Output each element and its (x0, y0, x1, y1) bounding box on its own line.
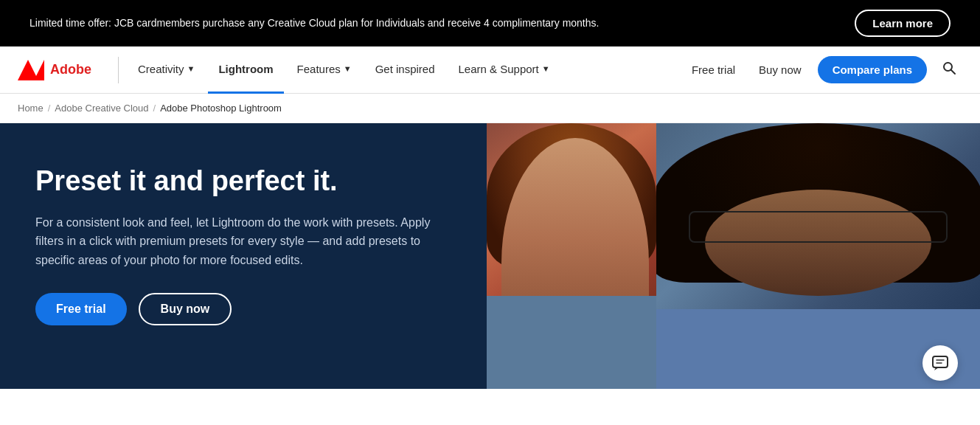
hero-buy-now-button[interactable]: Buy now (139, 293, 232, 325)
breadcrumb-separator-2: / (153, 103, 156, 114)
nav-buy-now-button[interactable]: Buy now (751, 63, 809, 76)
svg-marker-0 (18, 60, 38, 80)
nav-features[interactable]: Features ▼ (287, 46, 362, 94)
glasses-shape (689, 211, 948, 243)
svg-marker-1 (34, 60, 44, 80)
svg-rect-4 (933, 356, 948, 367)
nav-items: Creativity ▼ Lightroom Features ▼ Get in… (128, 46, 684, 94)
nav-get-inspired[interactable]: Get inspired (365, 46, 445, 94)
chat-widget[interactable] (922, 345, 958, 381)
hero-images (487, 123, 980, 389)
nav-creativity[interactable]: Creativity ▼ (128, 46, 205, 94)
chat-icon (931, 354, 949, 372)
jacket-shape (487, 296, 656, 389)
breadcrumb-separator: / (48, 103, 51, 114)
learn-more-button[interactable]: Learn more (855, 10, 951, 37)
breadcrumb-creative-cloud[interactable]: Adobe Creative Cloud (55, 103, 148, 114)
breadcrumb: Home / Adobe Creative Cloud / Adobe Phot… (0, 94, 980, 123)
breadcrumb-home[interactable]: Home (18, 103, 44, 114)
search-icon (942, 61, 956, 75)
hero-content: Preset it and perfect it. For a consiste… (0, 123, 487, 389)
hero-free-trial-button[interactable]: Free trial (35, 293, 127, 325)
chevron-down-icon: ▼ (187, 64, 195, 73)
face-shape-2 (705, 190, 931, 296)
nav-actions: Free trial Buy now Compare plans (684, 56, 962, 83)
nav-free-trial-button[interactable]: Free trial (684, 63, 743, 76)
top-banner: Limited time offer: JCB cardmembers purc… (0, 0, 980, 46)
hero-description: For a consistent look and feel, let Ligh… (35, 213, 451, 270)
main-nav: Adobe Creativity ▼ Lightroom Features ▼ … (0, 46, 980, 94)
hero-buttons: Free trial Buy now (35, 293, 451, 325)
svg-line-3 (951, 70, 956, 75)
adobe-logo-link[interactable]: Adobe (18, 60, 91, 80)
nav-learn-support[interactable]: Learn & Support ▼ (448, 46, 560, 94)
hero-title: Preset it and perfect it. (35, 165, 451, 198)
nav-divider (118, 57, 119, 83)
chevron-down-icon: ▼ (344, 64, 352, 73)
adobe-logo-icon (18, 60, 44, 80)
banner-text: Limited time offer: JCB cardmembers purc… (29, 16, 599, 31)
breadcrumb-current-page: Adobe Photoshop Lightroom (160, 103, 282, 114)
hero-section: Preset it and perfect it. For a consiste… (0, 123, 980, 389)
nav-lightroom[interactable]: Lightroom (208, 46, 283, 94)
hero-image-left (487, 123, 656, 389)
adobe-wordmark: Adobe (50, 62, 91, 77)
compare-plans-button[interactable]: Compare plans (818, 56, 927, 83)
search-button[interactable] (936, 61, 962, 79)
chevron-down-icon: ▼ (542, 64, 550, 73)
